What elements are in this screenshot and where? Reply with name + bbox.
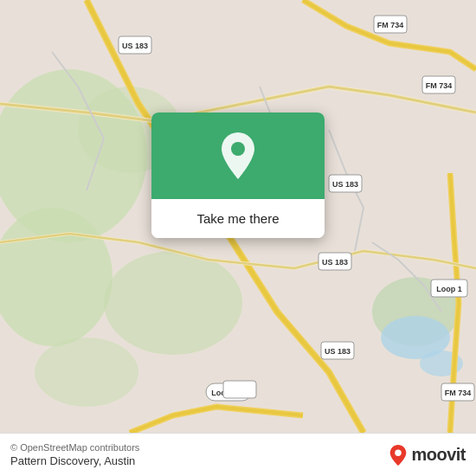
map-attribution: © OpenStreetMap contributors (10, 442, 139, 453)
popup-header (151, 113, 325, 199)
svg-text:FM 734: FM 734 (377, 21, 404, 29)
svg-point-29 (396, 449, 402, 455)
svg-text:US 183: US 183 (122, 42, 148, 50)
svg-text:FM 734: FM 734 (445, 389, 472, 397)
moovit-pin-icon (389, 444, 408, 466)
svg-text:US 183: US 183 (332, 180, 358, 189)
moovit-brand-text: moovit (411, 445, 466, 465)
bottom-bar: © OpenStreetMap contributors Pattern Dis… (0, 433, 476, 476)
location-label: Pattern Discovery, Austin (10, 454, 139, 467)
map-container: US 183 FM 734 FM 734 US 183 Loop 1 US 18… (0, 0, 476, 433)
svg-point-3 (104, 251, 242, 355)
svg-point-28 (231, 142, 245, 156)
location-pin-icon (217, 131, 259, 181)
svg-point-6 (35, 338, 138, 407)
popup-card: Take me there (151, 113, 325, 238)
svg-text:FM 734: FM 734 (426, 81, 453, 90)
moovit-logo: moovit (389, 444, 466, 466)
svg-text:US 183: US 183 (325, 347, 351, 356)
take-me-there-button[interactable]: Take me there (151, 199, 325, 238)
svg-text:Loop 1: Loop 1 (436, 285, 462, 293)
svg-rect-25 (223, 381, 256, 398)
svg-text:US 183: US 183 (322, 258, 348, 267)
